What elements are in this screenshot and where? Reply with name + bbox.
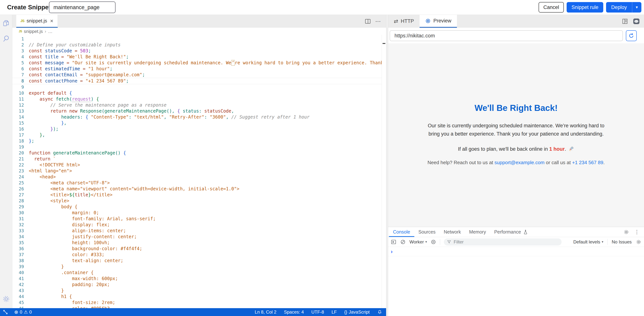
editor-tab-bar: JS snippet.js × ⋯ — [12, 15, 386, 28]
remote-indicator-icon[interactable] — [2, 309, 8, 315]
maintenance-contact: Need help? Reach out to us at support@ex… — [388, 160, 644, 165]
support-email-link[interactable]: support@example.com — [494, 160, 544, 165]
console-tabs: ConsoleSourcesNetworkMemoryPerformance — [389, 227, 525, 237]
indentation-setting[interactable]: Spaces: 4 — [284, 309, 304, 315]
console-toolbar: Worker ▾ Filter Default levels ▾ No Issu… — [388, 237, 644, 247]
snippet-rule-button[interactable]: Snippet rule — [567, 2, 603, 13]
rocket-icon — [569, 146, 574, 151]
status-bar: ⊗ 0 ⚠ 0 Ln 8, Col 2 Spaces: 4 UTF-8 LF {… — [0, 308, 386, 316]
code-lines: 12// Define your customizable inputs3con… — [12, 36, 382, 308]
caret-down-icon: ▾ — [602, 240, 604, 244]
breadcrumb-file: snippet.js — [24, 29, 43, 34]
console-sidebar-icon[interactable] — [391, 239, 396, 245]
console-settings-gear-icon[interactable] — [636, 239, 642, 245]
clear-console-icon[interactable] — [400, 239, 406, 245]
tab-snippet-js[interactable]: JS snippet.js × — [16, 15, 58, 28]
problems-indicator[interactable]: ⊗ 0 ⚠ 0 — [14, 309, 32, 315]
caret-down-icon: ▾ — [636, 5, 638, 10]
http-arrows-icon: ⇄ — [394, 18, 398, 24]
experiments-flask-icon[interactable] — [523, 227, 528, 237]
context-selector[interactable]: Worker ▾ — [410, 239, 427, 245]
eta-value: 1 hour — [549, 146, 565, 152]
encoding-setting[interactable]: UTF-8 — [311, 309, 324, 315]
phone-link[interactable]: +1 234 567 89 — [572, 160, 603, 165]
close-icon[interactable]: × — [50, 18, 54, 24]
braces-icon: {} — [344, 309, 347, 315]
console-tab-sources[interactable]: Sources — [414, 227, 440, 237]
error-icon: ⊗ — [14, 309, 18, 315]
tab-http[interactable]: ⇄ HTTP — [388, 15, 420, 28]
maintenance-title: We'll Be Right Back! — [388, 103, 644, 113]
cursor-position[interactable]: Ln 8, Col 2 — [255, 309, 276, 315]
discord-icon[interactable] — [633, 18, 640, 25]
console-tab-performance[interactable]: Performance — [490, 227, 525, 237]
pane-resize-handle[interactable] — [386, 15, 388, 316]
notifications-bell-icon[interactable] — [377, 309, 382, 315]
console-tab-network[interactable]: Network — [440, 227, 465, 237]
issues-counter[interactable]: No Issues — [612, 239, 632, 245]
preview-viewport: We'll Be Right Back! Our site is current… — [388, 43, 644, 227]
warning-icon: ⚠ — [24, 309, 28, 315]
tab-label: snippet.js — [26, 18, 47, 24]
javascript-file-icon: JS — [20, 19, 24, 23]
url-input[interactable] — [390, 30, 623, 41]
activity-bar — [0, 15, 12, 308]
split-editor-icon[interactable] — [365, 19, 370, 24]
kebab-menu-icon[interactable]: ⋮ — [634, 229, 640, 235]
deploy-button[interactable]: Deploy — [606, 2, 632, 13]
url-bar — [388, 28, 644, 43]
caret-down-icon: ▾ — [425, 240, 427, 244]
chevron-right-icon: › — [45, 29, 46, 34]
deploy-split-button: Deploy ▾ — [606, 2, 642, 13]
page-header: Create Snippet Cancel Snippet rule Deplo… — [0, 0, 644, 15]
language-mode[interactable]: {} JavaScript — [344, 309, 370, 315]
console-prompt[interactable]: › — [391, 248, 393, 255]
cancel-button[interactable]: Cancel — [538, 2, 564, 13]
maintenance-eta: If all goes to plan, we'll be back onlin… — [388, 146, 644, 152]
code-editor[interactable]: 12// Define your customizable inputs3con… — [12, 35, 382, 308]
funnel-icon — [447, 240, 451, 244]
maintenance-message: Our site is currently undergoing schedul… — [388, 122, 644, 138]
breadcrumb-more: … — [48, 29, 52, 34]
search-icon[interactable] — [2, 35, 10, 43]
refresh-button[interactable] — [626, 30, 637, 41]
scrollbar-cursor-marker — [382, 43, 385, 44]
live-expression-eye-icon[interactable] — [430, 239, 436, 245]
files-icon[interactable] — [2, 19, 10, 27]
docs-book-icon[interactable] — [622, 18, 628, 25]
console-tab-memory[interactable]: Memory — [465, 227, 490, 237]
breadcrumb[interactable]: JS snippet.js › … — [12, 28, 382, 35]
editor-scrollbar[interactable] — [382, 35, 386, 308]
preview-tab-bar: ⇄ HTTP Preview — [388, 15, 644, 28]
settings-gear-icon[interactable] — [2, 295, 10, 303]
eol-setting[interactable]: LF — [332, 309, 337, 315]
devtools-settings-gear-icon[interactable] — [624, 229, 629, 235]
eye-icon — [425, 18, 431, 24]
devtools-tab-bar: ConsoleSourcesNetworkMemoryPerformance ⋮ — [388, 227, 644, 237]
deploy-dropdown-button[interactable]: ▾ — [632, 2, 642, 13]
console-filter-input[interactable]: Filter — [444, 238, 562, 245]
more-actions-icon[interactable]: ⋯ — [375, 18, 381, 25]
page-title: Create Snippet — [7, 4, 51, 11]
log-levels-dropdown[interactable]: Default levels ▾ — [573, 239, 604, 245]
console-output[interactable]: › — [388, 247, 644, 316]
console-tab-console[interactable]: Console — [389, 227, 414, 237]
tab-preview[interactable]: Preview — [420, 15, 457, 28]
javascript-file-icon: JS — [19, 30, 22, 33]
header-actions: Cancel Snippet rule Deploy ▾ — [538, 2, 642, 13]
snippet-name-input[interactable] — [49, 2, 116, 13]
